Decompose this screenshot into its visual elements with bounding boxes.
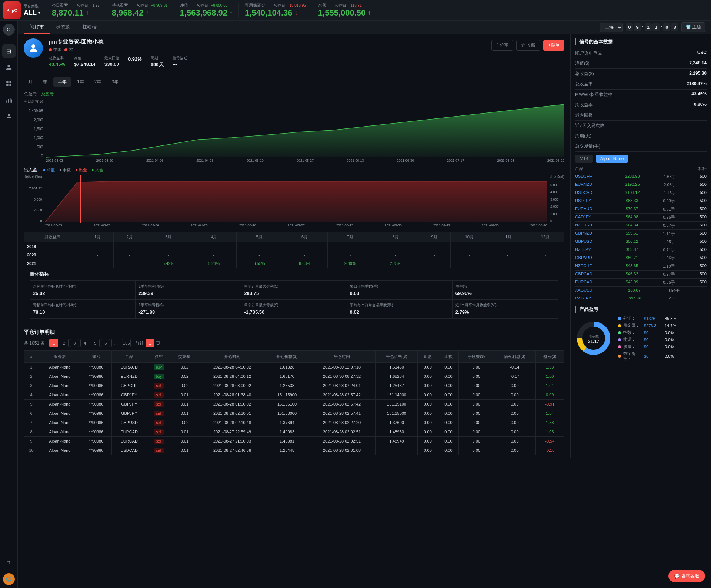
city-select[interactable]: 上海 [600, 23, 623, 32]
order-cell: 0.00 [417, 409, 438, 418]
pagination: 共 1051 条 123456...106 前往 1 页 [24, 339, 564, 347]
share-button[interactable]: ⟨ 分享 [491, 40, 513, 51]
metrics-row1: 盈利单平均持仓时间(小时)26.021手平均利润($)239.39单个订单最大盈… [30, 280, 558, 300]
x-label-2: 2021-04-06 [146, 159, 163, 162]
x-label-7: 2021-06-30 [397, 159, 414, 162]
time-sep2: : [660, 23, 662, 31]
order-cell: 0.00 [494, 446, 535, 455]
order-cell: Alpari-Nano [39, 446, 81, 455]
sidebar-item-person2[interactable] [2, 110, 16, 123]
order-cell: sell [147, 418, 171, 427]
legend-color-dot [618, 345, 621, 348]
order-cell: **90986 [81, 390, 111, 400]
order-cell: 4 [24, 390, 39, 400]
order-cell: -0.14 [494, 363, 535, 372]
monthly-value-cell: - [488, 242, 526, 251]
monthly-value-cell: - [488, 251, 526, 259]
monthly-value-cell: - [146, 251, 191, 259]
order-cell: 5 [24, 400, 39, 409]
share-icon: ⟨ [496, 43, 498, 48]
net-value-label: 净值 [180, 3, 188, 8]
order-cell: -0.91 [535, 400, 564, 409]
forex-row: NZDUSD $64.34 0.67手 500 [575, 222, 707, 230]
order-cell: Alpari-Nano [39, 400, 81, 409]
order-cell: 0.00 [438, 363, 459, 372]
order-cell: 151.05100 [266, 400, 308, 409]
period-tab-month[interactable]: 月 [24, 77, 37, 87]
basic-data-row: 总交易量(手) [575, 141, 707, 152]
period-tab-1y[interactable]: 1年 [73, 77, 89, 87]
order-cell: 0.00 [417, 400, 438, 409]
page-button[interactable]: ... [111, 339, 120, 347]
page-suffix: 页 [156, 340, 160, 346]
chart-pnl-subtitle: 总盈亏 [41, 91, 54, 97]
svg-rect-3 [9, 84, 11, 86]
time-sep1: : [642, 23, 644, 31]
order-cell: **90986 [81, 363, 111, 372]
tab-flash-market[interactable]: 闪好市 [24, 21, 50, 34]
position-pnl-arrow: ↑ [146, 10, 148, 16]
broker-tab-alpari[interactable]: Alpari-Nano [596, 155, 628, 163]
sidebar-item-chart[interactable] [2, 93, 16, 107]
x-label-6: 2021-06-13 [347, 159, 364, 162]
order-cell: 1.26445 [266, 446, 308, 455]
order-cell: 0.00 [494, 400, 535, 409]
order-cell: 6 [24, 409, 39, 418]
sidebar-item-home[interactable]: ⊞ [2, 44, 16, 58]
page-button[interactable]: 5 [91, 339, 100, 347]
page-button[interactable]: 2 [60, 339, 69, 347]
sidebar-item-question[interactable]: ? [2, 557, 16, 570]
period-tab-2y[interactable]: 2年 [90, 77, 106, 87]
order-cell: 0.00 [459, 437, 494, 446]
page-button[interactable]: 3 [70, 339, 79, 347]
period-tab-3y[interactable]: 3年 [107, 77, 123, 87]
order-button[interactable]: +跟单 [543, 40, 564, 51]
user-avatar[interactable]: Ci [3, 24, 15, 36]
monthly-value-cell: 6.55% [237, 259, 282, 268]
order-cell: 0.00 [417, 381, 438, 390]
theme-button[interactable]: 👕 主题 [681, 22, 705, 32]
order-row: 2Alpari-Nano**90986EURNZDbuy0.022021-08-… [24, 372, 564, 381]
page-button[interactable]: 4 [80, 339, 89, 347]
order-cell: **90986 [81, 381, 111, 390]
order-col-6: 开仓价格($) [266, 351, 308, 363]
platform-value[interactable]: ALL ▾ [24, 9, 40, 17]
order-row: 3Alpari-Nano**90986GBPCHFsell0.022021-08… [24, 381, 564, 390]
collect-button[interactable]: ☆ 收藏 [516, 40, 540, 51]
page-button[interactable]: 6 [101, 339, 110, 347]
period-tab-quarter[interactable]: 季 [39, 77, 52, 87]
order-row: 10Alpari-Nano**90986USDCADsell0.012021-0… [24, 446, 564, 455]
col-nov: 11月 [488, 232, 526, 242]
donut-chart: 总手数 21.17 [575, 320, 612, 358]
x-label-1: 2021-03-20 [96, 159, 113, 162]
monthly-value-cell: - [418, 242, 450, 251]
order-cell: 0.00 [459, 381, 494, 390]
sidebar-item-user[interactable] [2, 61, 16, 74]
forex-row: GBPAUD $50.71 1.06手 500 [575, 254, 707, 262]
order-cell: buy [147, 372, 171, 381]
basic-data-row: 总收益率2180.47% [575, 79, 707, 90]
broker-tab-mt4[interactable]: MT4 [575, 155, 593, 163]
page-button[interactable]: 106 [122, 339, 131, 347]
order-cell: 0.00 [459, 418, 494, 427]
order-cell: 151.33000 [266, 409, 308, 418]
page-button[interactable]: 1 [49, 339, 58, 347]
sidebar-bottom-avatar[interactable]: 🌐 [3, 573, 15, 585]
platform-label: 平台类型 [24, 4, 40, 9]
order-cell: 2021-08-28 02:27:20 [308, 418, 376, 427]
order-cell: 0.00 [459, 446, 494, 455]
y-val-2000: 2,000 [24, 118, 43, 122]
order-cell: Alpari-Nano [39, 409, 81, 418]
sidebar-item-grid[interactable] [2, 77, 16, 90]
chart-section: 月 季 半年 1年 2年 3年 总盈亏 总盈亏 [18, 73, 570, 326]
forex-row: NZDJPY $53.87 0.71手 500 [575, 246, 707, 254]
order-cell: 151.14900 [376, 390, 417, 400]
customer-service-button[interactable]: 💬 咨询客服 [668, 570, 705, 582]
platform-dropdown-icon[interactable]: ▾ [38, 11, 40, 15]
goto-page-input[interactable]: 1 [146, 339, 154, 347]
legend-item: 数字货币： $0 0.0% [618, 351, 676, 362]
tab-status-purchase[interactable]: 状态购 [50, 21, 76, 34]
order-cell: 0.00 [417, 427, 438, 437]
tab-portfolio[interactable]: 枉啥端 [76, 21, 103, 34]
period-tab-halfyear[interactable]: 半年 [53, 77, 71, 87]
